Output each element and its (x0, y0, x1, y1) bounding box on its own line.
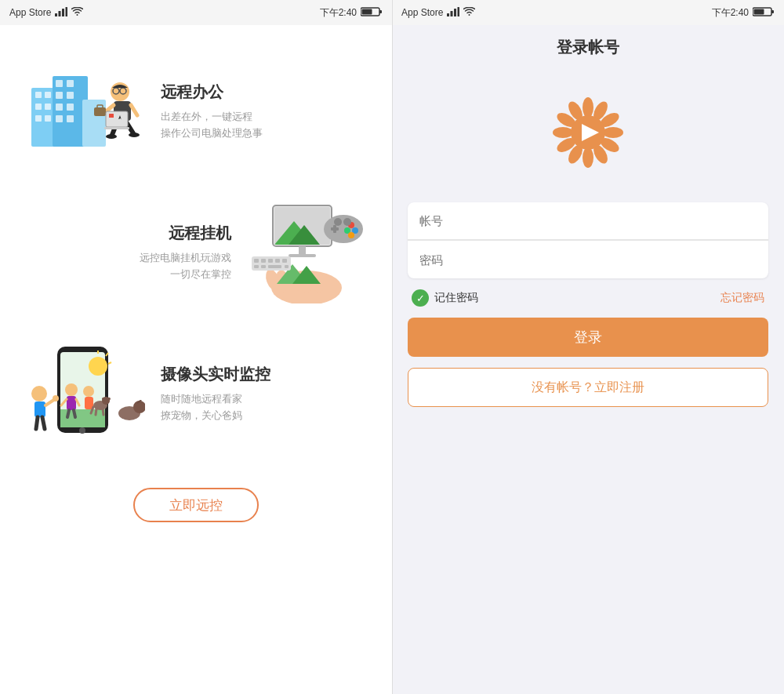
svg-point-87 (65, 383, 78, 396)
svg-line-110 (42, 417, 45, 429)
right-signal-icon (447, 7, 459, 19)
svg-rect-79 (261, 265, 266, 268)
svg-point-43 (129, 133, 140, 137)
register-button[interactable]: 没有帐号？立即注册 (408, 368, 768, 407)
svg-rect-6 (362, 9, 372, 14)
remote-control-button[interactable]: 立即远控 (133, 488, 259, 522)
camera-title: 摄像头实时监控 (161, 364, 357, 385)
svg-line-109 (36, 417, 38, 429)
svg-rect-76 (275, 259, 280, 263)
svg-rect-18 (45, 92, 51, 98)
svg-point-108 (53, 395, 59, 402)
svg-rect-74 (261, 259, 266, 263)
svg-line-92 (74, 410, 75, 417)
svg-rect-78 (254, 265, 259, 268)
svg-rect-106 (34, 402, 45, 417)
svg-rect-77 (282, 259, 287, 263)
svg-rect-29 (56, 115, 63, 122)
svg-rect-53 (299, 246, 306, 254)
svg-point-122 (553, 127, 573, 138)
input-wrapper (408, 202, 768, 278)
remember-me-option[interactable]: ✓ 记住密码 (412, 289, 478, 307)
camera-desc: 随时随地远程看家 撩宠物，关心爸妈 (161, 391, 357, 424)
svg-rect-72 (252, 256, 291, 271)
svg-point-105 (31, 386, 47, 402)
svg-rect-23 (56, 80, 63, 87)
right-status-right: 下午2:40 (712, 6, 775, 20)
svg-line-100 (96, 409, 96, 415)
svg-rect-0 (55, 13, 57, 16)
app-logo (553, 97, 623, 171)
svg-rect-2 (62, 9, 64, 16)
svg-rect-10 (458, 7, 460, 16)
right-status-bar: App Store 下午2:40 (392, 0, 784, 25)
svg-rect-21 (35, 115, 42, 122)
remote-hang-title: 远程挂机 (35, 223, 231, 244)
svg-point-62 (334, 218, 342, 226)
svg-rect-8 (451, 11, 453, 16)
svg-rect-22 (45, 115, 51, 122)
svg-point-63 (343, 218, 351, 226)
left-signal-icon (55, 7, 67, 19)
right-status-left: App Store (401, 7, 475, 19)
svg-rect-45 (104, 127, 129, 129)
left-wifi-icon (71, 7, 83, 19)
panel-divider (392, 0, 393, 694)
logo-area (392, 74, 784, 202)
svg-rect-9 (454, 9, 456, 16)
right-panel: 登录帐号 (392, 0, 784, 694)
remember-check-icon: ✓ (412, 289, 429, 307)
svg-line-104 (108, 362, 111, 364)
svg-rect-13 (754, 9, 764, 14)
right-app-store-label: App Store (401, 7, 443, 18)
remote-work-title: 远程办公 (161, 82, 357, 103)
left-battery-icon (361, 6, 383, 20)
svg-rect-19 (35, 104, 42, 110)
svg-rect-80 (268, 265, 281, 268)
svg-line-101 (103, 409, 103, 415)
svg-rect-30 (67, 115, 74, 122)
forgot-password-link[interactable]: 忘记密码 (720, 291, 764, 305)
svg-rect-12 (771, 10, 774, 13)
account-input[interactable] (408, 202, 768, 240)
remote-hang-desc: 远控电脑挂机玩游戏 一切尽在掌控 (35, 250, 231, 283)
left-status-left: App Store (9, 7, 83, 19)
svg-rect-7 (447, 13, 449, 16)
svg-rect-46 (109, 114, 114, 118)
svg-rect-26 (67, 92, 74, 99)
svg-point-116 (603, 127, 623, 138)
camera-image (24, 343, 149, 445)
remote-work-desc: 出差在外，一键远程 操作公司电脑处理急事 (161, 109, 357, 142)
feature-list: 远程办公 出差在外，一键远程 操作公司电脑处理急事 (0, 25, 392, 480)
svg-rect-81 (285, 265, 289, 268)
svg-rect-28 (67, 104, 74, 111)
svg-rect-25 (56, 92, 63, 99)
svg-point-113 (583, 97, 593, 118)
login-button[interactable]: 登录 (408, 318, 768, 357)
right-time: 下午2:40 (712, 6, 749, 20)
svg-rect-5 (379, 10, 382, 13)
login-title: 登录帐号 (557, 37, 619, 58)
svg-point-93 (83, 386, 94, 397)
feature-camera: 摄像头实时监控 随时随地远程看家 撩宠物，关心爸妈 (24, 323, 368, 464)
left-app-store-label: App Store (9, 7, 51, 18)
svg-line-37 (131, 105, 137, 115)
right-battery-icon (753, 6, 775, 20)
svg-rect-88 (67, 396, 76, 410)
options-row: ✓ 记住密码 忘记密码 (408, 278, 768, 318)
remember-label: 记住密码 (434, 291, 478, 305)
left-panel: 远程办公 出差在外，一键远程 操作公司电脑处理急事 (0, 0, 392, 694)
password-input[interactable] (408, 241, 768, 278)
svg-point-59 (348, 232, 354, 238)
left-status-bar: App Store 下午2:40 (0, 0, 392, 25)
svg-rect-20 (45, 104, 51, 110)
svg-rect-27 (56, 104, 63, 111)
form-area: ✓ 记住密码 忘记密码 登录 没有帐号？立即注册 (392, 202, 784, 407)
feature-remote-work: 远程办公 出差在外，一键远程 操作公司电脑处理急事 (24, 41, 368, 182)
svg-point-119 (583, 147, 593, 168)
svg-rect-17 (35, 92, 42, 98)
gaming-image (243, 202, 368, 303)
svg-rect-54 (289, 254, 316, 257)
left-time: 下午2:40 (320, 6, 357, 20)
remote-work-text: 远程办公 出差在外，一键远程 操作公司电脑处理急事 (149, 82, 368, 142)
